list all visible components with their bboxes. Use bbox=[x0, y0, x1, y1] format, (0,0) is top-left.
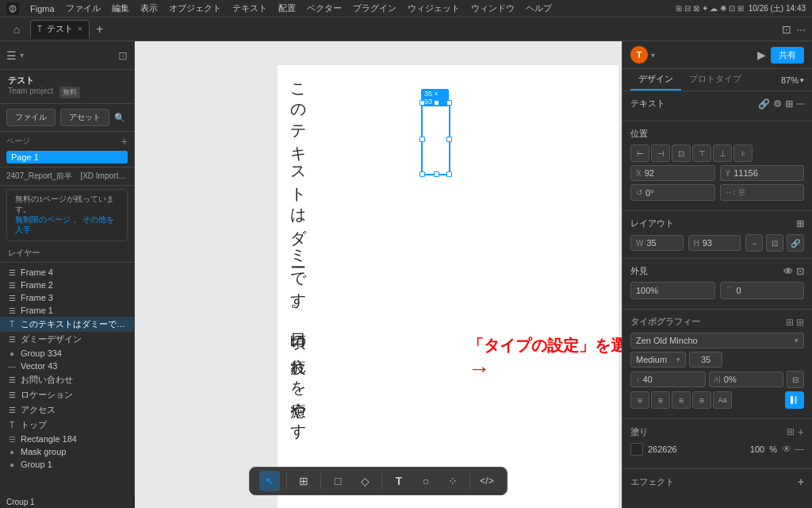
fill-visible-icon[interactable]: 👁 bbox=[782, 444, 791, 455]
menu-edit[interactable]: 編集 bbox=[107, 2, 134, 15]
resize-handle-tr[interactable] bbox=[446, 100, 452, 106]
layout-icon[interactable]: ⊞ bbox=[796, 218, 804, 229]
layer-item[interactable]: ☰ アクセス bbox=[0, 402, 134, 418]
color-hex-value[interactable]: 262626 bbox=[648, 444, 728, 454]
vertical-text-button[interactable] bbox=[785, 391, 804, 409]
menu-figma[interactable]: Figma bbox=[25, 3, 59, 14]
align-middle-v-button[interactable]: ⊥ bbox=[713, 144, 732, 162]
menu-text[interactable]: テキスト bbox=[228, 2, 272, 15]
align-center-h-button[interactable]: ⊣ bbox=[651, 144, 670, 162]
menu-arrange[interactable]: 配置 bbox=[274, 2, 301, 15]
search-icon[interactable]: 🔍 bbox=[114, 113, 125, 123]
layer-item[interactable]: T このテキストはダミーです。日頃の... bbox=[0, 317, 134, 332]
play-button[interactable]: ▶ bbox=[757, 48, 766, 61]
style-icon[interactable]: ⚙ bbox=[773, 98, 782, 110]
tab-design[interactable]: デザイン bbox=[630, 69, 681, 90]
upgrade-link-pages[interactable]: 無制限のページ bbox=[15, 215, 71, 224]
shape2-tool-button[interactable]: ○ bbox=[416, 471, 436, 491]
layer-item[interactable]: ☰ ダミーデザイン bbox=[0, 332, 134, 347]
layers-dropdown[interactable]: ▾ bbox=[20, 51, 24, 60]
menu-window[interactable]: ウィンドウ bbox=[466, 2, 519, 15]
align-center-text-button[interactable]: ≡ bbox=[651, 391, 670, 409]
asset-tab[interactable]: アセット bbox=[60, 109, 109, 126]
tab-test[interactable]: T テスト × bbox=[30, 20, 90, 39]
resize-handle-mr[interactable] bbox=[446, 137, 452, 142]
constraint-h-button[interactable]: → bbox=[745, 234, 763, 252]
letter-spacing-field[interactable]: A| 0% bbox=[709, 371, 784, 387]
file-tab[interactable]: ファイル bbox=[6, 109, 56, 126]
rect-tool-button[interactable]: □ bbox=[327, 471, 348, 491]
panel-resize[interactable]: ⊡ bbox=[118, 49, 128, 62]
font-weight-select[interactable]: Medium ▾ bbox=[630, 352, 686, 368]
height-field[interactable]: H 93 bbox=[688, 235, 741, 251]
resize-handle-bl[interactable] bbox=[419, 171, 425, 177]
layer-item[interactable]: — Vector 43 bbox=[0, 360, 134, 372]
component-icon[interactable]: ⊞ bbox=[785, 98, 793, 110]
layer-item[interactable]: ● Group 1 bbox=[0, 458, 134, 471]
resize-handle-tm[interactable] bbox=[434, 100, 439, 106]
menu-widgets[interactable]: ウィジェット bbox=[403, 2, 465, 15]
layers-icon[interactable]: ☰ bbox=[6, 49, 17, 62]
constrain-ratio-button[interactable]: 🔗 bbox=[787, 234, 804, 252]
menu-plugins[interactable]: プラグイン bbox=[348, 2, 401, 15]
shape-tool-button[interactable]: ◇ bbox=[354, 471, 375, 491]
y-field[interactable]: Y 11156 bbox=[720, 165, 805, 181]
corner-field[interactable]: ⌒ 0 bbox=[720, 282, 805, 299]
fill-grid-icon[interactable]: ⊞ bbox=[787, 426, 795, 437]
layer-item[interactable]: ☰ ロケーション bbox=[0, 387, 134, 402]
menu-help[interactable]: ヘルプ bbox=[521, 2, 557, 15]
resize-handle-bm[interactable] bbox=[434, 171, 439, 177]
add-fill-button[interactable]: + bbox=[798, 425, 804, 438]
text-tool-button[interactable]: T bbox=[389, 471, 409, 491]
align-left-button[interactable]: ⊢ bbox=[630, 144, 649, 162]
align-bottom-button[interactable]: ⊦ bbox=[733, 144, 753, 162]
layer-item[interactable]: ☰ Frame 2 bbox=[0, 279, 134, 291]
layer-item[interactable]: ☰ Frame 1 bbox=[0, 304, 134, 317]
menu-view[interactable]: 表示 bbox=[136, 2, 163, 15]
figma-logo[interactable] bbox=[6, 2, 19, 15]
tab-close-button[interactable]: × bbox=[78, 25, 82, 33]
code-tool-button[interactable]: </> bbox=[477, 471, 497, 491]
new-tab-button[interactable]: + bbox=[96, 22, 103, 37]
more-options[interactable]: ··· bbox=[796, 23, 806, 36]
menu-object[interactable]: オブジェクト bbox=[164, 2, 226, 15]
line-height-field[interactable]: ↕ 40 bbox=[630, 371, 706, 387]
opacity-value[interactable]: 100 bbox=[733, 444, 764, 454]
frame-tool-button[interactable]: ⊞ bbox=[293, 471, 314, 491]
page-item-1[interactable]: Page 1 bbox=[6, 151, 128, 164]
opacity-field[interactable]: 100% bbox=[630, 282, 715, 299]
align-left-text-button[interactable]: ≡ bbox=[630, 391, 649, 409]
layer-item[interactable]: ☰ Frame 3 bbox=[0, 291, 134, 304]
avatar-dropdown[interactable]: ▾ bbox=[651, 51, 655, 60]
text-case-button[interactable]: Aa bbox=[713, 391, 732, 409]
share-button[interactable]: 共有 bbox=[771, 47, 804, 64]
align-right-text-button[interactable]: ≡ bbox=[672, 391, 691, 409]
user-avatar[interactable]: T bbox=[630, 46, 648, 64]
x-field[interactable]: X 92 bbox=[630, 165, 715, 181]
layer-item[interactable]: ● Group 334 bbox=[0, 347, 134, 360]
component-tool-button[interactable]: ⁘ bbox=[442, 471, 463, 491]
resize-handle-ml[interactable] bbox=[419, 137, 425, 142]
font-family-select[interactable]: Zen Old Mincho ▾ bbox=[630, 333, 804, 348]
resize-handle-tl[interactable] bbox=[419, 100, 425, 106]
layer-item[interactable]: ☰ Rectangle 184 bbox=[0, 433, 134, 445]
width-field[interactable]: W 35 bbox=[630, 235, 684, 251]
rotation-field[interactable]: ↺ 0° bbox=[630, 184, 715, 201]
sidebar-toggle[interactable]: ⊡ bbox=[782, 23, 791, 36]
more-icon[interactable]: ··· bbox=[796, 98, 804, 110]
canvas-area[interactable]: このテキストはダミーです。日頃の疲れを癒やす 35 × 93 「タイプの設定」を… bbox=[135, 41, 622, 508]
typography-more-icon[interactable]: ⊞ ⊞ bbox=[786, 317, 804, 328]
text-options-button[interactable]: ⊟ bbox=[787, 371, 804, 388]
menu-vector[interactable]: ベクター bbox=[302, 2, 347, 15]
remove-fill-button[interactable]: — bbox=[795, 444, 804, 455]
add-page-button[interactable]: + bbox=[121, 135, 128, 148]
tab-prototype[interactable]: プロトタイプ bbox=[681, 69, 749, 90]
align-justify-text-button[interactable]: ≡ bbox=[692, 391, 711, 409]
layer-item[interactable]: ☰ Frame 4 bbox=[0, 266, 134, 279]
zoom-level[interactable]: 87% ▾ bbox=[781, 69, 804, 90]
clip-content-button[interactable]: ⊡ bbox=[766, 234, 783, 252]
home-button[interactable]: ⌂ bbox=[6, 21, 27, 38]
layer-item[interactable]: T トップ bbox=[0, 418, 134, 433]
mask-icon[interactable]: ⊡ bbox=[796, 266, 804, 277]
layer-item[interactable]: ● Mask group bbox=[0, 445, 134, 458]
